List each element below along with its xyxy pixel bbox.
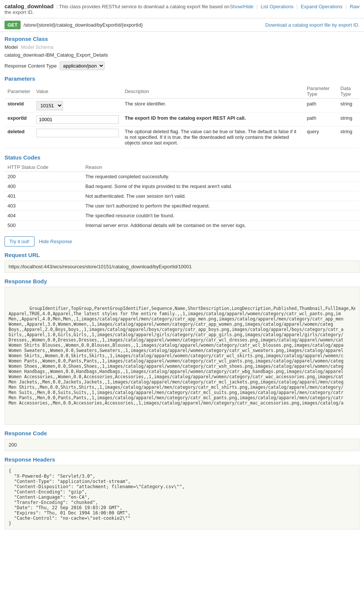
response-code-value: 200	[4, 439, 360, 451]
col-http-status: HTTP Status Code	[4, 163, 82, 172]
request-url-value: https://localhost:443/wcs/resources/stor…	[4, 260, 360, 273]
content-type-row: Response Content Type application/json a…	[4, 62, 360, 70]
status-code-500: 500	[4, 221, 82, 230]
param-datatype-deleted: string	[340, 129, 352, 134]
response-body-text: GroupIdentifier,TopGroup,ParentGroupIden…	[9, 306, 355, 406]
col-description: Description	[122, 84, 304, 99]
model-name: catalog_download-IBM_Catalog_Export_Deta…	[4, 52, 360, 58]
param-desc-deleted: The optional deleted flag. The value can…	[125, 129, 297, 146]
param-desc-storeid: The store identifier.	[125, 101, 166, 107]
response-body-section: Response Body GroupIdentifier,TopGroup,P…	[4, 278, 360, 425]
status-code-404: 404	[4, 211, 82, 221]
response-class-title: Response Class	[4, 36, 360, 42]
endpoint-desc-text: Download a catalog export file by export…	[265, 22, 360, 28]
response-headers-section: Response Headers { "X-Powered-By": "Serv…	[4, 456, 360, 529]
http-method-badge: GET	[4, 21, 21, 29]
response-body-title: Response Body	[4, 278, 360, 284]
response-headers-title: Response Headers	[4, 456, 360, 463]
status-reason-200: The requested completed successfully.	[82, 172, 360, 182]
endpoint-left: GET /store/{storeId}/catalog_download/by…	[4, 21, 143, 29]
param-datatype-exportid: string	[340, 115, 352, 121]
action-row: Try it out! Hide Response	[4, 236, 360, 247]
status-reason-403: The user isn't authorized to perform the…	[82, 201, 360, 211]
model-tab[interactable]: Model	[4, 44, 18, 50]
storeid-select[interactable]: 10151	[36, 101, 63, 110]
param-type-deleted: query	[307, 129, 319, 134]
col-parameter-type: Parameter Type	[304, 84, 337, 99]
status-code-403: 403	[4, 201, 82, 211]
table-row: deleted The optional deleted flag. The v…	[4, 126, 360, 148]
page-title: catalog_download	[4, 3, 54, 9]
table-row: storeId 10151 The store identifier. path…	[4, 99, 360, 113]
table-row: 400 Bad request. Some of the inputs prov…	[4, 182, 360, 191]
list-operations-link[interactable]: List Operations	[261, 4, 293, 9]
request-url-title: Request URL	[4, 252, 360, 258]
table-row: 500 Internal server error. Additional de…	[4, 221, 360, 230]
param-name-storeid: storeId	[7, 101, 24, 107]
table-row: 403 The user isn't authorized to perform…	[4, 201, 360, 211]
response-body-content[interactable]: GroupIdentifier,TopGroup,ParentGroupIden…	[4, 287, 360, 425]
status-reason-401: Not authenticated. The user session isn'…	[82, 191, 360, 201]
model-tabs: Model Model Schema	[4, 44, 360, 50]
param-name-deleted: deleted	[7, 129, 25, 134]
param-datatype-storeid: string	[340, 101, 352, 107]
parameters-title: Parameters	[4, 75, 360, 82]
status-reason-500: Internal server error. Additional detail…	[82, 221, 360, 230]
status-code-400: 400	[4, 182, 82, 191]
status-codes-section: Status Codes HTTP Status Code Reason 200…	[4, 154, 360, 230]
table-row: 404 The specified resource couldn't be f…	[4, 211, 360, 221]
endpoint-description: Download a catalog export file by export…	[265, 22, 360, 28]
response-headers-content: { "X-Powered-By": "Servlet/3.0", "Conten…	[4, 465, 360, 529]
request-url-section: Request URL https://localhost:443/wcs/re…	[4, 252, 360, 273]
page-header: catalog_download : This class provides R…	[0, 0, 364, 18]
param-name-exportid: exportId	[7, 115, 27, 121]
col-reason: Reason	[82, 163, 360, 172]
header-left: catalog_download : This class provides R…	[4, 3, 230, 15]
endpoint-path: /store/{storeId}/catalog_download/byExpo…	[24, 22, 143, 28]
status-code-401: 401	[4, 191, 82, 201]
table-row: 200 The requested completed successfully…	[4, 172, 360, 182]
status-codes-table: HTTP Status Code Reason 200 The requeste…	[4, 163, 360, 230]
response-code-section: Response Code 200	[4, 430, 360, 451]
col-parameter: Parameter	[4, 84, 33, 99]
header-right: Show/Hide | List Operations | Expand Ope…	[230, 3, 360, 9]
exportid-input[interactable]	[36, 115, 119, 124]
param-desc-exportid: The export ID from the catalog export RE…	[125, 115, 246, 121]
response-class-section: Response Class Model Model Schema catalo…	[4, 36, 360, 58]
col-value: Value	[33, 84, 122, 99]
expand-operations-link[interactable]: Expand Operations	[301, 4, 342, 9]
col-data-type: Data Type	[337, 84, 360, 99]
table-row: exportId The export ID from the catalog …	[4, 113, 360, 126]
hide-response-link[interactable]: Hide Response	[39, 239, 72, 244]
content-type-label: Response Content Type	[4, 63, 57, 69]
content-type-select[interactable]: application/json application/xml text/pl…	[60, 62, 105, 70]
parameters-section: Parameters Parameter Value Description P…	[4, 75, 360, 148]
raw-link[interactable]: Raw	[350, 4, 360, 9]
param-type-exportid: path	[307, 115, 316, 121]
endpoint-bar: GET /store/{storeId}/catalog_download/by…	[0, 18, 364, 32]
deleted-input[interactable]	[36, 129, 119, 137]
status-reason-400: Bad request. Some of the inputs provided…	[82, 182, 360, 191]
status-codes-title: Status Codes	[4, 154, 360, 161]
table-row: 401 Not authenticated. The user session …	[4, 191, 360, 201]
try-it-out-button[interactable]: Try it out!	[4, 236, 34, 247]
main-content: Response Class Model Model Schema catalo…	[0, 32, 364, 538]
status-reason-404: The specified resource couldn't be found…	[82, 211, 360, 221]
param-type-storeid: path	[307, 101, 316, 107]
model-schema-tab[interactable]: Model Schema	[21, 44, 53, 50]
status-code-200: 200	[4, 172, 82, 182]
response-body-scroll[interactable]: GroupIdentifier,TopGroup,ParentGroupIden…	[9, 301, 355, 411]
show-hide-link[interactable]: Show/Hide	[230, 4, 253, 9]
response-code-title: Response Code	[4, 430, 360, 436]
parameters-table: Parameter Value Description Parameter Ty…	[4, 84, 360, 148]
